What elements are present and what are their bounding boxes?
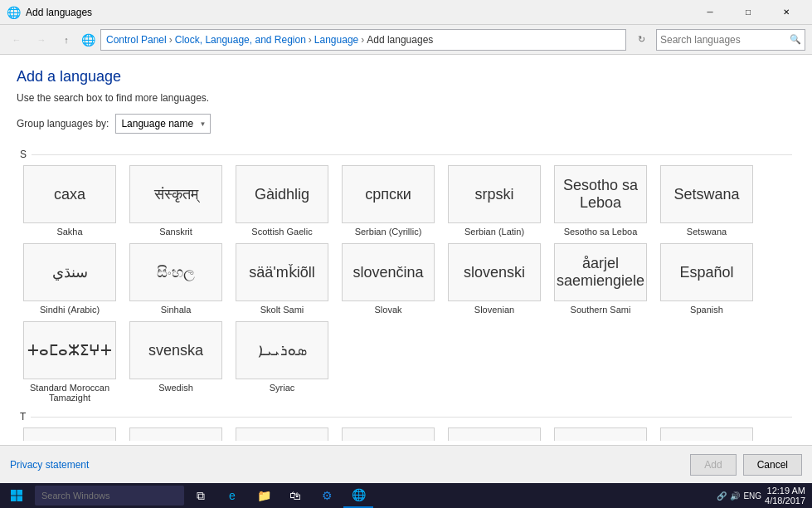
title-bar-controls: ─ □ ✕ bbox=[691, 0, 805, 25]
language-tile[interactable]: татар bbox=[236, 427, 328, 441]
title-bar: 🌐 Add languages ─ □ ✕ bbox=[0, 0, 812, 25]
language-grid-wrapper: S саха Sakha संस्कृतम् Sanskrit Gàidhlig… bbox=[17, 144, 795, 441]
list-item: slovenski Slovenian bbox=[445, 243, 544, 315]
close-button[interactable]: ✕ bbox=[767, 0, 805, 25]
taskbar-app-active[interactable]: 🌐 bbox=[343, 483, 373, 508]
section-s-header: S bbox=[17, 144, 795, 162]
taskbar-app-ie[interactable]: ⚙ bbox=[312, 483, 342, 508]
title-bar-left: 🌐 Add languages bbox=[7, 6, 92, 19]
up-button[interactable]: ↑ bbox=[56, 30, 76, 50]
speaker-icon: 🔊 bbox=[730, 491, 740, 501]
language-tile[interactable]: ܣܘܪܝܝܐ bbox=[236, 321, 328, 379]
list-item: తెలుగు Telugu bbox=[338, 427, 438, 441]
language-tile[interactable]: саха bbox=[23, 165, 116, 223]
list-item: ܣܘܪܝܝܐ Syriac bbox=[232, 321, 332, 403]
language-tile[interactable]: svenska bbox=[129, 321, 222, 379]
list-item: саха Sakha bbox=[20, 165, 119, 237]
language-tile[interactable]: Gàidhlig bbox=[236, 165, 328, 223]
language-tile[interactable]: Sesotho sa Leboa bbox=[554, 165, 647, 223]
taskbar-apps: ⧉ e 📁 🛍 ⚙ 🌐 bbox=[186, 483, 373, 508]
breadcrumb-control-panel[interactable]: Control Panel bbox=[106, 34, 167, 46]
language-name: Setswana bbox=[687, 227, 727, 237]
refresh-button[interactable]: ↻ bbox=[631, 30, 651, 50]
list-item: ไทย Thai bbox=[445, 427, 544, 441]
taskbar-app-store[interactable]: 🛍 bbox=[280, 483, 310, 508]
list-item: татар Tatar (Cyrillic) bbox=[232, 427, 332, 441]
language-name: Standard Moroccan Tamazight bbox=[23, 383, 116, 403]
section-t-header: T bbox=[17, 406, 795, 424]
list-item: ትግርኛ Tigrinya bbox=[657, 427, 756, 441]
section-s-grid: саха Sakha संस्कृतम् Sanskrit Gàidhlig S… bbox=[17, 162, 795, 406]
language-name: Serbian (Latin) bbox=[464, 227, 524, 237]
network-icon: 🔗 bbox=[717, 491, 727, 501]
taskbar-app-edge[interactable]: e bbox=[217, 483, 247, 508]
page-subtitle: Use the search box to find more language… bbox=[17, 92, 795, 104]
forward-button[interactable]: → bbox=[32, 30, 51, 50]
cancel-button[interactable]: Cancel bbox=[743, 454, 802, 476]
language-tile[interactable]: ไทย bbox=[448, 427, 541, 441]
list-item: Gàidhlig Scottish Gaelic bbox=[232, 165, 332, 237]
language-tile[interactable]: тоҷикӣ bbox=[23, 427, 116, 441]
language-tile[interactable]: தமிழ் bbox=[129, 427, 222, 441]
taskbar-search-input[interactable] bbox=[35, 486, 184, 506]
language-name: Sakha bbox=[56, 227, 82, 237]
language-name: Sanskrit bbox=[159, 227, 192, 237]
list-item: संस्कृतम् Sanskrit bbox=[126, 165, 226, 237]
start-button[interactable] bbox=[0, 483, 33, 508]
language-name: Sindhi (Arabic) bbox=[40, 305, 100, 315]
maximize-button[interactable]: □ bbox=[729, 0, 767, 25]
language-tile[interactable]: srpski bbox=[448, 165, 541, 223]
windows-icon bbox=[10, 489, 23, 502]
minimize-button[interactable]: ─ bbox=[691, 0, 729, 25]
breadcrumb-language[interactable]: Language bbox=[314, 34, 358, 46]
section-t-grid: тоҷикӣ Tajik (Cyrillic) தமிழ் Tamil тата… bbox=[17, 424, 795, 441]
battery-icon: ENG bbox=[743, 491, 761, 501]
language-tile[interactable]: åarjel saemiengiele bbox=[554, 243, 647, 301]
language-tile[interactable]: संस्कृतम् bbox=[129, 165, 222, 223]
language-tile[interactable]: српски bbox=[342, 165, 435, 223]
footer: Privacy statement Add Cancel bbox=[0, 445, 812, 483]
language-tile[interactable]: Español bbox=[660, 243, 753, 301]
list-item: тоҷикӣ Tajik (Cyrillic) bbox=[20, 427, 119, 441]
taskbar-app-explorer[interactable]: 📁 bbox=[249, 483, 279, 508]
language-tile[interactable]: తెలుగు bbox=[342, 427, 435, 441]
page-title: Add a language bbox=[17, 68, 795, 85]
taskbar-app-taskview[interactable]: ⧉ bbox=[186, 483, 216, 508]
language-tile[interactable]: سنڌي bbox=[23, 243, 116, 301]
breadcrumb: Control Panel › Clock, Language, and Reg… bbox=[100, 29, 626, 51]
taskbar-clock: 12:19 AM 4/18/2017 bbox=[765, 486, 805, 506]
list-item: српски Serbian (Cyrillic) bbox=[338, 165, 438, 237]
search-icon: 🔍 bbox=[790, 34, 801, 45]
window-icon: 🌐 bbox=[7, 6, 21, 19]
search-input[interactable] bbox=[660, 34, 790, 46]
list-item: Sesotho sa Leboa Sesotho sa Leboa bbox=[551, 165, 650, 237]
address-bar: ← → ↑ 🌐 Control Panel › Clock, Language,… bbox=[0, 25, 812, 55]
svg-rect-0 bbox=[11, 490, 17, 496]
clock-date: 4/18/2017 bbox=[765, 496, 805, 506]
privacy-link[interactable]: Privacy statement bbox=[10, 459, 89, 471]
language-tile[interactable]: བོད་སྐད་ bbox=[554, 427, 647, 441]
language-tile[interactable]: ትግርኛ bbox=[660, 427, 753, 441]
language-grid-scroll[interactable]: S саха Sakha संस्कृतम् Sanskrit Gàidhlig… bbox=[17, 144, 795, 441]
group-by-select-wrapper: Language name bbox=[115, 114, 211, 134]
section-s-label: S bbox=[20, 149, 32, 160]
list-item: བོད་སྐད་ Tibetan bbox=[551, 427, 650, 441]
language-tile[interactable]: slovenski bbox=[448, 243, 541, 301]
group-by-select[interactable]: Language name bbox=[115, 114, 211, 134]
list-item: svenska Swedish bbox=[126, 321, 226, 403]
taskbar: ⧉ e 📁 🛍 ⚙ 🌐 🔗 🔊 ENG 12:19 AM 4/18/2017 bbox=[0, 483, 812, 508]
language-tile[interactable]: slovenčina bbox=[342, 243, 435, 301]
breadcrumb-clock-lang[interactable]: Clock, Language, and Region bbox=[175, 34, 306, 46]
language-tile[interactable]: sää'mǩiõll bbox=[236, 243, 328, 301]
language-name: Serbian (Cyrillic) bbox=[355, 227, 422, 237]
language-tile[interactable]: Setswana bbox=[660, 165, 753, 223]
back-button[interactable]: ← bbox=[7, 30, 27, 50]
window-title: Add languages bbox=[26, 7, 92, 18]
language-tile[interactable]: ⵜⴰⵎⴰⵣⵉⵖⵜ bbox=[23, 321, 116, 379]
section-t-divider bbox=[31, 417, 792, 418]
language-name: Swedish bbox=[158, 383, 193, 393]
add-button[interactable]: Add bbox=[690, 454, 736, 476]
language-tile[interactable]: සිංහල bbox=[129, 243, 222, 301]
footer-buttons: Add Cancel bbox=[690, 454, 802, 476]
list-item: slovenčina Slovak bbox=[338, 243, 438, 315]
